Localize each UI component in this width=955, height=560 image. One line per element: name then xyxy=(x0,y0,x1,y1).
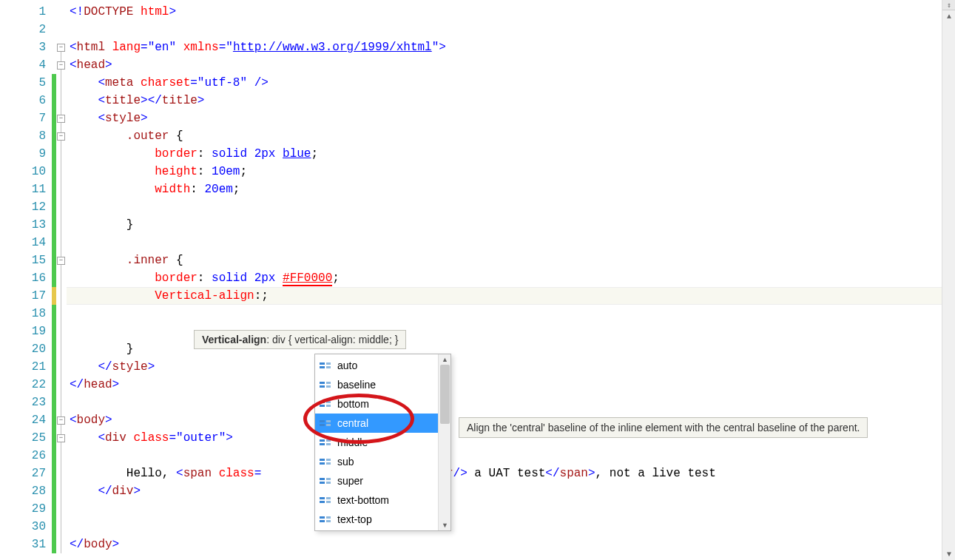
popup-scroll-down-icon[interactable]: ▼ xyxy=(439,520,451,530)
fold-toggle-icon[interactable]: − xyxy=(57,61,65,70)
svg-rect-17 xyxy=(320,443,325,445)
description-tooltip: Align the 'central' baseline of the inli… xyxy=(459,417,868,438)
line-number: 17 xyxy=(0,287,46,305)
code-line[interactable]: <meta charset="utf-8" /> xyxy=(67,74,942,92)
svg-rect-6 xyxy=(326,382,331,384)
line-number: 24 xyxy=(0,411,46,429)
autocomplete-item-super[interactable]: super xyxy=(315,471,438,490)
fold-toggle-icon[interactable]: − xyxy=(57,115,65,123)
fold-toggle-icon[interactable]: − xyxy=(57,416,65,425)
svg-rect-26 xyxy=(326,478,331,480)
fold-cell[interactable]: − xyxy=(56,109,67,127)
line-number: 12 xyxy=(0,198,46,216)
description-text: Align the 'central' baseline of the inli… xyxy=(467,422,860,434)
code-line[interactable] xyxy=(67,447,942,465)
autocomplete-item-middle[interactable]: middle xyxy=(315,433,438,452)
property-icon xyxy=(320,476,331,485)
line-number: 3 xyxy=(0,38,46,56)
code-line[interactable]: } xyxy=(67,216,942,234)
popup-scroll-thumb[interactable] xyxy=(440,365,450,424)
code-line[interactable]: width: 20em; xyxy=(67,181,942,198)
autocomplete-item-label: baseline xyxy=(337,375,376,394)
autocomplete-item-baseline[interactable]: baseline xyxy=(315,375,438,394)
fold-cell xyxy=(56,74,67,92)
fold-cell xyxy=(56,376,67,394)
svg-rect-11 xyxy=(326,405,331,407)
autocomplete-item-auto[interactable]: auto xyxy=(315,356,438,375)
svg-rect-32 xyxy=(320,516,325,519)
code-line[interactable]: </head> xyxy=(67,376,942,394)
code-line[interactable] xyxy=(67,518,942,536)
fold-toggle-icon[interactable]: − xyxy=(57,257,65,265)
property-icon xyxy=(320,457,331,466)
code-line[interactable]: </body> xyxy=(67,536,942,553)
vertical-scrollbar[interactable]: ⇕ ▲ ▼ xyxy=(942,0,955,560)
fold-cell xyxy=(56,323,67,340)
fold-cell xyxy=(56,447,67,465)
fold-cell[interactable]: − xyxy=(56,411,67,429)
popup-scrollbar[interactable]: ▲ ▼ xyxy=(438,354,450,530)
code-line[interactable]: <title></title> xyxy=(67,92,942,109)
code-line[interactable]: </div> xyxy=(67,482,942,500)
fold-toggle-icon[interactable]: − xyxy=(57,434,65,442)
line-number: 31 xyxy=(0,536,46,553)
svg-rect-22 xyxy=(326,459,331,461)
svg-rect-7 xyxy=(326,385,331,388)
fold-cell[interactable]: − xyxy=(56,56,67,74)
code-line[interactable]: </style> xyxy=(67,358,942,376)
hint-example: : div { vertical-align: middle; } xyxy=(266,334,398,345)
split-handle-icon[interactable]: ⇕ xyxy=(942,0,955,10)
code-line[interactable]: <style> xyxy=(67,109,942,127)
fold-column[interactable]: −−−−−−− xyxy=(56,0,67,560)
fold-cell xyxy=(56,358,67,376)
scroll-down-icon[interactable]: ▼ xyxy=(942,548,955,560)
fold-cell[interactable]: − xyxy=(56,38,67,56)
fold-cell[interactable]: − xyxy=(56,127,67,145)
code-line[interactable]: border: solid 2px blue; xyxy=(67,145,942,163)
svg-rect-1 xyxy=(320,366,325,368)
autocomplete-item-sub[interactable]: sub xyxy=(315,452,438,471)
autocomplete-item-text-bottom[interactable]: text-bottom xyxy=(315,490,438,510)
code-line[interactable]: Hello, <span class= test.<br/> a UAT tes… xyxy=(67,465,942,482)
svg-rect-29 xyxy=(320,501,325,503)
property-icon xyxy=(320,361,331,370)
code-line[interactable] xyxy=(67,394,942,411)
signature-hint-tooltip: Vertical-align: div { vertical-align: mi… xyxy=(194,330,406,349)
code-line[interactable]: .outer { xyxy=(67,127,942,145)
autocomplete-item-text-top[interactable]: text-top xyxy=(315,510,438,529)
property-icon xyxy=(320,496,331,505)
fold-cell[interactable]: − xyxy=(56,429,67,447)
line-number: 11 xyxy=(0,181,46,198)
code-line[interactable] xyxy=(67,305,942,323)
code-line[interactable]: <html lang="en" xmlns="http://www.w3.org… xyxy=(67,38,942,56)
svg-rect-12 xyxy=(320,420,325,422)
code-line[interactable]: border: solid 2px #FF0000; xyxy=(67,269,942,287)
code-line[interactable]: <head> xyxy=(67,56,942,74)
autocomplete-popup[interactable]: autobaselinebottomcentralmiddlesubsupert… xyxy=(314,354,451,531)
autocomplete-item-central[interactable]: central xyxy=(315,414,438,433)
fold-toggle-icon[interactable]: − xyxy=(57,132,65,141)
line-number: 19 xyxy=(0,323,46,340)
svg-rect-34 xyxy=(326,516,331,519)
code-line[interactable]: height: 10em; xyxy=(67,163,942,181)
code-line[interactable]: Vertical-align:; xyxy=(67,287,942,305)
code-line[interactable] xyxy=(67,198,942,216)
autocomplete-list[interactable]: autobaselinebottomcentralmiddlesubsupert… xyxy=(315,354,438,530)
code-line[interactable]: .inner { xyxy=(67,252,942,269)
line-number: 8 xyxy=(0,127,46,145)
code-line[interactable] xyxy=(67,21,942,38)
autocomplete-item-bottom[interactable]: bottom xyxy=(315,394,438,414)
code-line[interactable] xyxy=(67,234,942,252)
line-number: 6 xyxy=(0,92,46,109)
hint-property-name: Vertical-align xyxy=(202,334,266,345)
line-number: 10 xyxy=(0,163,46,181)
scroll-up-icon[interactable]: ▲ xyxy=(942,10,955,22)
fold-cell[interactable]: − xyxy=(56,252,67,269)
code-line[interactable] xyxy=(67,500,942,518)
fold-toggle-icon[interactable]: − xyxy=(57,44,65,52)
popup-scroll-up-icon[interactable]: ▲ xyxy=(439,354,451,365)
code-area[interactable]: <!DOCTYPE html> <html lang="en" xmlns="h… xyxy=(67,0,942,560)
line-number: 20 xyxy=(0,340,46,358)
autocomplete-item-label: middle xyxy=(337,433,368,452)
code-line[interactable]: <!DOCTYPE html> xyxy=(67,3,942,21)
